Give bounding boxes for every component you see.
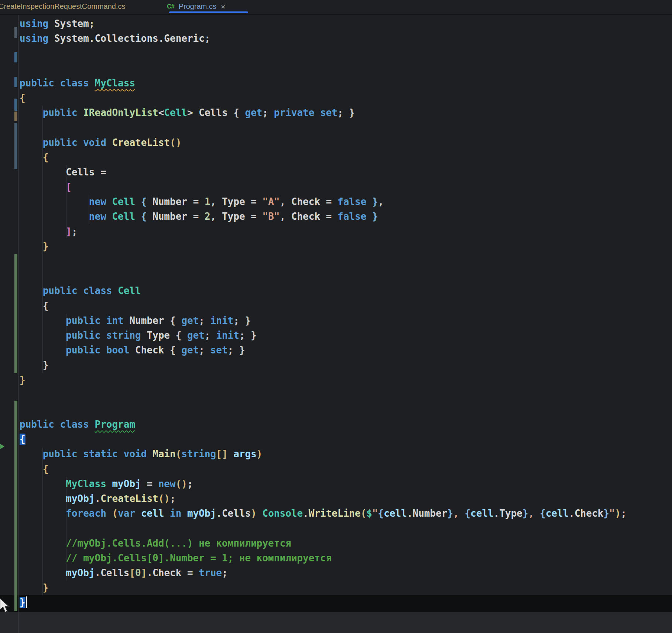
code-line[interactable]: using System.Collections.Generic; bbox=[0, 31, 627, 46]
code-token: { bbox=[170, 330, 187, 341]
mouse-pointer-icon bbox=[0, 598, 11, 614]
code-line[interactable]: { bbox=[0, 462, 627, 476]
code-token: ( bbox=[361, 508, 367, 519]
code-line[interactable]: myObj.CreateList(); bbox=[0, 491, 627, 506]
code-token: string bbox=[181, 448, 216, 459]
code-token: { bbox=[43, 463, 49, 475]
code-line[interactable]: public bool Check { get; set; } bbox=[0, 343, 627, 357]
active-tab-underline bbox=[169, 11, 248, 13]
code-line[interactable]: public string Type { get; init; } bbox=[0, 328, 627, 343]
code-line[interactable]: new Cell { Number = 2, Type = "B", Check… bbox=[0, 209, 627, 224]
code-token: ) bbox=[251, 508, 257, 519]
code-token: Program bbox=[95, 419, 136, 430]
tab-createinspectionrequestcommand[interactable]: CreateInspectionRequestCommand.cs bbox=[0, 2, 126, 11]
code-line[interactable]: } bbox=[0, 239, 627, 254]
code-line[interactable]: // myObj.Cells[0].Number = 1; не компили… bbox=[0, 551, 627, 565]
code-line-current[interactable]: } bbox=[0, 595, 627, 610]
code-line[interactable]: public void CreateList() bbox=[0, 135, 627, 150]
code-token: } bbox=[43, 359, 49, 370]
code-token: System bbox=[54, 18, 89, 29]
code-line[interactable]: { bbox=[0, 150, 627, 165]
code-token: public bbox=[43, 107, 83, 118]
code-token: { bbox=[20, 434, 25, 445]
code-token: public class bbox=[20, 78, 95, 89]
code-line[interactable]: { bbox=[0, 298, 627, 313]
code-line[interactable]: } bbox=[0, 580, 627, 595]
code-line[interactable] bbox=[0, 254, 627, 268]
code-line[interactable]: new Cell { Number = 1, Type = "A", Check… bbox=[0, 194, 627, 209]
code-token: Check bbox=[152, 567, 181, 578]
code-token: } bbox=[603, 508, 609, 519]
code-token: { bbox=[164, 315, 181, 326]
code-line[interactable]: public class MyClass bbox=[0, 76, 627, 90]
code-token: [] bbox=[216, 448, 227, 459]
code-line[interactable]: { bbox=[0, 90, 627, 105]
code-token: , bbox=[280, 211, 291, 222]
code-token: = bbox=[95, 167, 106, 178]
code-token bbox=[20, 285, 43, 296]
code-token: args bbox=[228, 448, 257, 459]
code-token: public string bbox=[66, 330, 147, 341]
code-line[interactable]: ]; bbox=[0, 224, 627, 239]
code-line[interactable] bbox=[0, 46, 627, 61]
code-token: public static void bbox=[43, 448, 152, 459]
code-line[interactable]: [ bbox=[0, 179, 627, 194]
code-line[interactable] bbox=[0, 402, 627, 417]
code-line[interactable] bbox=[0, 521, 627, 536]
code-token: var bbox=[118, 508, 135, 519]
code-token: . bbox=[569, 508, 575, 519]
code-line[interactable] bbox=[0, 120, 627, 135]
code-line[interactable]: public class Cell bbox=[0, 283, 627, 298]
code-token: cell bbox=[384, 508, 407, 519]
code-line[interactable]: public class Program bbox=[0, 417, 627, 432]
code-token: { bbox=[135, 196, 147, 207]
code-area[interactable]: using System;using System.Collections.Ge… bbox=[0, 16, 627, 610]
code-token: cell bbox=[546, 508, 569, 519]
code-token: get bbox=[181, 345, 199, 356]
code-token: WriteLine bbox=[309, 508, 361, 519]
code-token: , bbox=[280, 196, 291, 207]
code-line[interactable]: public int Number { get; init; } bbox=[0, 313, 627, 328]
code-token: . bbox=[95, 493, 101, 504]
code-token: ; } bbox=[228, 345, 245, 356]
code-token: = bbox=[320, 196, 337, 207]
code-line[interactable]: Cells = bbox=[0, 165, 627, 179]
close-tab-icon[interactable]: × bbox=[221, 3, 225, 10]
code-token: Check bbox=[291, 196, 320, 207]
code-token: [ bbox=[66, 181, 72, 192]
code-line[interactable] bbox=[0, 387, 627, 402]
code-line[interactable]: { bbox=[0, 432, 627, 446]
code-token bbox=[20, 478, 66, 489]
tab-program-cs[interactable]: C# Program.cs × bbox=[167, 2, 225, 11]
code-token: { bbox=[464, 508, 470, 519]
code-token: //myObj.Cells.Add(...) не компилируется bbox=[66, 538, 291, 549]
code-token: Cell bbox=[118, 285, 141, 296]
code-token: = bbox=[245, 211, 263, 222]
code-line[interactable]: foreach (var cell in myObj.Cells) Consol… bbox=[0, 506, 627, 521]
code-line[interactable]: using System; bbox=[0, 16, 627, 31]
code-token: using bbox=[20, 18, 54, 29]
code-line[interactable]: public static void Main(string[] args) bbox=[0, 446, 627, 461]
code-token: } bbox=[447, 508, 453, 519]
editor-tab-bar: CreateInspectionRequestCommand.cs C# Pro… bbox=[0, 0, 672, 15]
code-token: { bbox=[228, 107, 245, 118]
code-token: CreateList bbox=[112, 137, 170, 148]
code-token: ] bbox=[66, 226, 72, 237]
code-line[interactable]: //myObj.Cells.Add(...) не компилируется bbox=[0, 536, 627, 551]
code-token: . bbox=[147, 567, 152, 578]
code-token: foreach bbox=[66, 508, 112, 519]
code-line[interactable]: public IReadOnlyList<Cell> Cells { get; … bbox=[0, 105, 627, 120]
code-line[interactable]: } bbox=[0, 357, 627, 372]
code-line[interactable]: } bbox=[0, 373, 627, 387]
code-token: , bbox=[378, 196, 384, 207]
code-token bbox=[20, 330, 66, 341]
code-token: private set bbox=[274, 107, 337, 118]
code-token bbox=[20, 300, 43, 311]
code-line[interactable]: MyClass myObj = new(); bbox=[0, 476, 627, 491]
code-line[interactable]: myObj.Cells[0].Check = true; bbox=[0, 565, 627, 580]
code-token: } bbox=[366, 196, 378, 207]
code-line[interactable] bbox=[0, 61, 627, 76]
code-token: { bbox=[135, 211, 147, 222]
code-line[interactable] bbox=[0, 268, 627, 283]
code-token: ) bbox=[257, 448, 263, 459]
